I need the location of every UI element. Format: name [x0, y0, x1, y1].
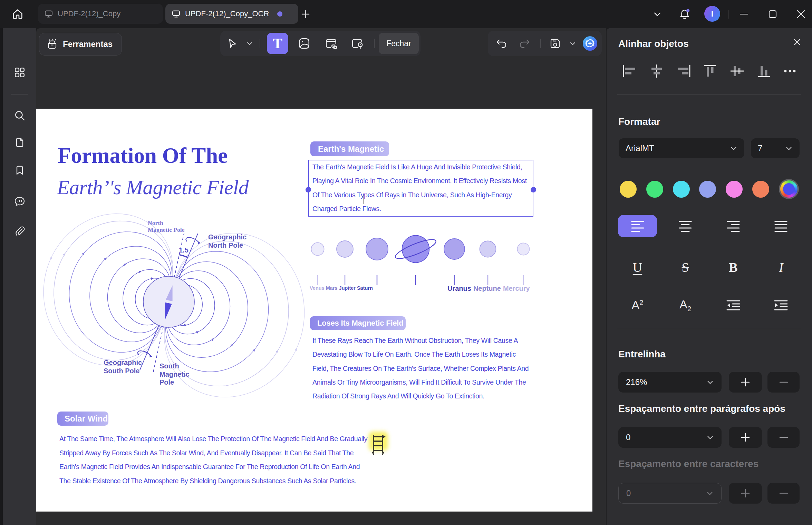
- color-swatch-yellow[interactable]: [620, 181, 637, 198]
- align-right-button[interactable]: [675, 62, 692, 80]
- font-size-select[interactable]: 7: [751, 138, 800, 158]
- superscript-button[interactable]: A2: [618, 294, 657, 316]
- line-spacing-decrease-button[interactable]: [767, 372, 800, 393]
- align-objects-panel: Alinhar objetos Formatar ArialMT: [606, 28, 812, 525]
- textbox-line: Of The Various Types Of Rays in The Univ…: [312, 188, 512, 202]
- decrease-indent-button[interactable]: [714, 294, 753, 316]
- color-swatch-pink[interactable]: [726, 181, 743, 198]
- tools-button[interactable]: Ferramentas: [39, 33, 122, 56]
- sidebar-item-search[interactable]: [3, 107, 36, 125]
- textbox-handle-left[interactable]: [306, 187, 311, 192]
- plus-icon: [300, 9, 311, 19]
- paragraph-spacing-decrease-button[interactable]: [767, 427, 800, 448]
- new-tab-button[interactable]: [300, 8, 311, 20]
- save-dropdown[interactable]: [566, 40, 580, 47]
- align-middle-vertical-button[interactable]: [728, 62, 746, 80]
- unsaved-dot: [277, 11, 282, 17]
- paragraph-spacing-select[interactable]: 0: [618, 427, 722, 448]
- color-swatch-cyan[interactable]: [673, 181, 690, 198]
- tab-updf-copy[interactable]: UPDF-2(12)_Copy: [38, 4, 163, 24]
- collapse-toolbar-button[interactable]: [650, 0, 664, 28]
- align-center-horizontal-button[interactable]: [648, 62, 665, 80]
- strikethrough-button[interactable]: S: [666, 256, 705, 278]
- font-family-value: ArialMT: [626, 143, 654, 153]
- undo-button[interactable]: [488, 38, 514, 49]
- comment-icon: [14, 196, 26, 207]
- cursor-icon: [226, 38, 238, 49]
- color-swatch-row: [607, 179, 812, 199]
- panel-divider: [617, 94, 801, 95]
- text-align-right-button[interactable]: [714, 215, 753, 237]
- panel-divider: [617, 523, 801, 523]
- image-tool[interactable]: [291, 37, 318, 50]
- color-swatch-green[interactable]: [646, 181, 663, 198]
- color-swatch-periwinkle[interactable]: [699, 181, 716, 198]
- line-spacing-increase-button[interactable]: [729, 372, 762, 393]
- maximize-button[interactable]: [765, 0, 780, 28]
- text-align-left-button[interactable]: [618, 215, 657, 237]
- sidebar-item-pages[interactable]: [3, 133, 36, 151]
- align-left-button[interactable]: [621, 62, 638, 80]
- color-swatch-orange[interactable]: [752, 181, 769, 198]
- sidebar-item-comments[interactable]: [3, 192, 36, 210]
- tab-updf-copy-ocr[interactable]: UPDF-2(12)_Copy_OCR: [165, 4, 298, 24]
- minus-icon: [779, 488, 789, 498]
- doc-title-line1: Formation Of The: [58, 143, 228, 168]
- link-tool[interactable]: [318, 37, 345, 50]
- align-bottom-button[interactable]: [755, 62, 773, 80]
- paragraph-line: Earth's Magnetic Field Provides An Indis…: [59, 460, 360, 474]
- ai-icon: [582, 36, 598, 51]
- ai-assistant-button[interactable]: [580, 36, 600, 51]
- italic-button[interactable]: I: [762, 256, 801, 278]
- close-edit-button[interactable]: Fechar: [378, 33, 419, 54]
- save-button[interactable]: [544, 37, 566, 50]
- text-tool[interactable]: T: [264, 33, 291, 54]
- toolbar-separator: [374, 39, 375, 48]
- content-area: Ferramentas T Fechar: [36, 28, 606, 525]
- subscript-button[interactable]: A2: [666, 294, 705, 316]
- paragraph-line: If These Rays Reach The Earth Without Ob…: [312, 334, 518, 347]
- sidebar-item-attachments[interactable]: [3, 222, 36, 240]
- align-more-button[interactable]: [782, 63, 798, 79]
- sidebar-item-apps[interactable]: [3, 63, 36, 81]
- avatar[interactable]: I: [704, 6, 720, 22]
- notifications-button[interactable]: [677, 0, 692, 28]
- sidebar-separator: [11, 94, 28, 95]
- toolbar-separator: [260, 39, 260, 48]
- underline-button[interactable]: U: [618, 256, 657, 278]
- redo-button[interactable]: [514, 38, 536, 49]
- line-spacing-select[interactable]: 216%: [618, 372, 722, 393]
- text-tool-icon: T: [273, 36, 282, 51]
- paragraph-line: Stripped Away By Forces Such As The Sola…: [59, 446, 354, 460]
- heading-chip-solar-wind: Solar Wind: [57, 412, 108, 426]
- doc-title-line2: Earth’'s Magnetic Field: [57, 176, 249, 199]
- image-icon: [298, 37, 311, 50]
- sidebar-item-bookmarks[interactable]: [3, 161, 36, 179]
- align-top-button[interactable]: [702, 62, 719, 80]
- textbox-handle-right[interactable]: [531, 187, 536, 192]
- panel-close-button[interactable]: [791, 36, 803, 48]
- font-family-select[interactable]: ArialMT: [619, 138, 744, 158]
- bold-button[interactable]: B: [714, 256, 753, 278]
- color-swatch-custom[interactable]: [779, 179, 799, 199]
- paragraph-line: Field, The Creatures On The Earth's Surf…: [312, 361, 529, 375]
- document-canvas[interactable]: Formation Of The Earth’'s Magnetic Field…: [36, 59, 606, 525]
- chevron-down-icon: [246, 40, 253, 47]
- minus-icon: [779, 432, 789, 443]
- select-tool-dropdown[interactable]: [244, 40, 255, 47]
- planet-labels-right: UranusNeptuneMercury: [447, 285, 532, 293]
- text-align-justify-button[interactable]: [762, 215, 801, 237]
- underline-glyph: U: [633, 261, 642, 274]
- paragraph-spacing-increase-button[interactable]: [729, 427, 762, 448]
- font-size-value: 7: [758, 143, 762, 153]
- select-tool[interactable]: [220, 38, 244, 49]
- home-button[interactable]: [10, 6, 26, 22]
- stamp-tool[interactable]: [345, 37, 370, 50]
- text-align-center-button[interactable]: [666, 215, 705, 237]
- minimize-button[interactable]: [737, 0, 751, 28]
- close-button[interactable]: [794, 0, 808, 28]
- chevron-down-icon: [730, 145, 737, 152]
- toolbar-separator: [540, 39, 541, 48]
- ocr-edit-marker-icon: [370, 434, 386, 455]
- increase-indent-button[interactable]: [762, 294, 801, 316]
